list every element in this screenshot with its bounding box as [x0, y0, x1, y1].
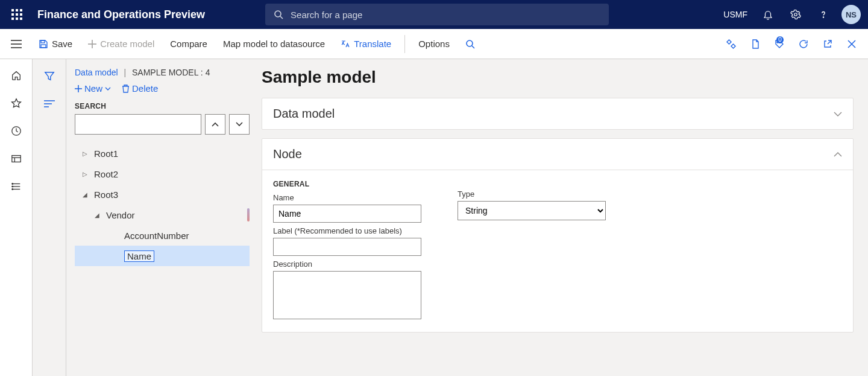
command-separator	[404, 35, 405, 53]
name-input[interactable]	[273, 205, 421, 223]
modules-icon[interactable]	[6, 176, 27, 197]
breadcrumb-current: SAMPLE MODEL : 4	[132, 68, 210, 77]
svg-point-12	[823, 17, 823, 18]
command-search-button[interactable]	[459, 36, 481, 53]
help-icon[interactable]	[814, 5, 833, 24]
tree-node-root1[interactable]: ▷ Root1	[75, 143, 250, 164]
card-node-header[interactable]: Node	[262, 139, 853, 170]
delete-button[interactable]: Delete	[122, 83, 158, 94]
search-icon	[274, 10, 283, 19]
svg-point-35	[11, 186, 13, 187]
search-next-button[interactable]	[229, 114, 250, 135]
sort-icon[interactable]	[41, 95, 58, 112]
create-model-button: Create model	[82, 35, 160, 53]
breadcrumb-root[interactable]: Data model	[75, 68, 118, 77]
translate-icon	[341, 39, 350, 49]
app-title: Finance and Operations Preview	[37, 8, 205, 21]
translate-button[interactable]: Translate	[335, 35, 397, 53]
svg-rect-23	[731, 43, 735, 48]
hamburger-icon[interactable]	[4, 29, 29, 59]
global-search	[265, 4, 609, 25]
header-right: USMF NS	[723, 5, 861, 24]
field-name: Name	[273, 193, 421, 223]
chevron-right-icon: ▷	[81, 149, 89, 158]
type-select[interactable]: String	[458, 201, 606, 220]
svg-line-10	[280, 16, 283, 19]
app-header: Finance and Operations Preview USMF	[0, 0, 868, 29]
filter-icon[interactable]	[41, 68, 58, 84]
chevron-down-icon	[105, 87, 111, 91]
svg-rect-1	[16, 9, 18, 11]
gear-icon[interactable]	[786, 5, 805, 24]
search-icon	[465, 39, 475, 49]
type-label: Type	[458, 190, 606, 199]
popout-icon[interactable]	[817, 34, 838, 54]
home-icon[interactable]	[6, 65, 27, 86]
environment-label[interactable]: USMF	[723, 10, 747, 19]
compare-button[interactable]: Compare	[164, 35, 213, 53]
new-label: New	[84, 83, 102, 94]
avatar[interactable]: NS	[841, 5, 861, 24]
page-title: Sample model	[262, 68, 854, 87]
translate-label: Translate	[354, 39, 391, 49]
compare-label: Compare	[170, 39, 207, 49]
delete-label: Delete	[132, 83, 158, 94]
tree-search-input[interactable]	[75, 114, 201, 135]
tree-toolbar: New Delete	[75, 83, 250, 94]
diamond-icon[interactable]	[721, 34, 741, 54]
create-model-label: Create model	[100, 39, 154, 49]
svg-rect-22	[727, 39, 731, 43]
tree-node-label: Name	[124, 250, 154, 262]
description-input[interactable]	[273, 271, 421, 319]
star-icon[interactable]	[6, 93, 27, 113]
tree-node-label: Vendor	[106, 210, 135, 220]
card-data-model-header[interactable]: Data model	[262, 98, 853, 129]
tree-node-vendor[interactable]: ◢ Vendor	[75, 205, 250, 225]
global-search-input[interactable]	[289, 9, 600, 21]
workspace-icon[interactable]	[6, 148, 27, 169]
field-description: Description	[273, 260, 421, 321]
svg-rect-4	[16, 13, 18, 16]
model-tree: ▷ Root1 ▷ Root2 ◢ Root3 ◢ Vendor ▷ Acc	[75, 143, 250, 266]
svg-point-9	[275, 11, 281, 17]
search-prev-button[interactable]	[205, 114, 225, 135]
svg-rect-2	[20, 9, 22, 11]
breadcrumb: Data model | SAMPLE MODEL : 4	[75, 68, 250, 77]
chevron-down-icon: ◢	[81, 190, 89, 199]
svg-line-21	[472, 46, 474, 48]
label-input[interactable]	[273, 238, 421, 256]
field-label: Label (*Recommended to use labels)	[273, 226, 421, 256]
recent-icon[interactable]	[6, 121, 27, 141]
svg-rect-16	[41, 40, 45, 43]
tree-node-label: AccountNumber	[124, 231, 189, 241]
tree-node-label: Root3	[94, 190, 118, 200]
document-icon[interactable]	[745, 34, 766, 54]
name-label: Name	[273, 193, 421, 202]
tree-node-name[interactable]: ▷ Name	[75, 246, 250, 266]
tree-node-accountnumber[interactable]: ▷ AccountNumber	[75, 225, 250, 246]
tag-icon[interactable]: 0	[769, 34, 790, 54]
refresh-icon[interactable]	[793, 34, 814, 54]
svg-point-36	[11, 189, 13, 190]
options-button[interactable]: Options	[412, 35, 456, 53]
save-label: Save	[52, 39, 72, 49]
map-model-label: Map model to datasource	[223, 39, 325, 49]
save-button[interactable]: Save	[33, 35, 78, 53]
tag-badge: 0	[776, 36, 784, 43]
save-icon	[39, 39, 48, 49]
content: Data model | SAMPLE MODEL : 4 New	[33, 59, 868, 376]
chevron-down-icon: ◢	[93, 211, 101, 219]
app-launcher-icon[interactable]	[7, 5, 27, 24]
command-bar: Save Create model Compare Map model to d…	[0, 29, 868, 59]
close-icon[interactable]	[841, 34, 862, 54]
tree-node-label: Root1	[94, 148, 118, 159]
tree-node-root3[interactable]: ◢ Root3	[75, 184, 250, 205]
tree-node-root2[interactable]: ▷ Root2	[75, 164, 250, 184]
map-model-button[interactable]: Map model to datasource	[217, 35, 331, 53]
svg-rect-7	[16, 18, 18, 20]
bell-icon[interactable]	[758, 5, 778, 24]
field-type: Type String	[458, 190, 606, 220]
new-button[interactable]: New	[75, 83, 111, 94]
nav-rail	[0, 59, 33, 376]
svg-rect-3	[11, 13, 14, 16]
